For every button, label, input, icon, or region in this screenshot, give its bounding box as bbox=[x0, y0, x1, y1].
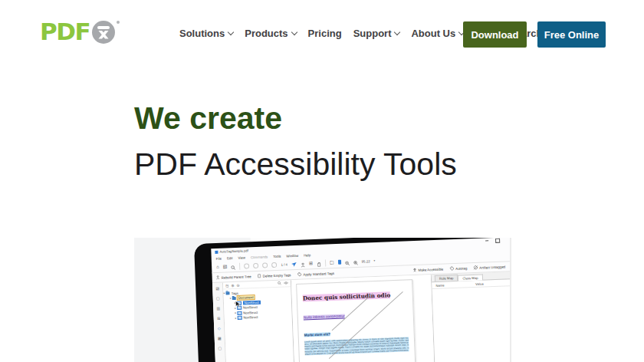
maximize-icon[interactable] bbox=[495, 239, 500, 243]
expanded-arrow-icon[interactable]: ▾ bbox=[230, 297, 232, 300]
attachments-panel-icon[interactable]: ▥ bbox=[216, 306, 220, 311]
pdfix-homepage: PDF Solutions Products Pricing Support bbox=[0, 0, 644, 362]
hand-tool-icon[interactable] bbox=[317, 256, 322, 270]
find-tag-icon[interactable] bbox=[278, 281, 281, 286]
person-icon bbox=[216, 275, 220, 280]
hero-line-2: PDF Accessibility Tools bbox=[134, 146, 457, 183]
tab-class-map[interactable]: Class Map bbox=[458, 274, 483, 281]
window-title: AutoTagSample.pdf bbox=[219, 248, 248, 253]
tag-icon bbox=[449, 266, 454, 271]
last-page-button[interactable] bbox=[271, 262, 277, 267]
menu-tools[interactable]: Tools bbox=[273, 254, 281, 258]
zoom-in-icon[interactable] bbox=[353, 255, 358, 268]
thumbnails-panel-icon[interactable]: ▤ bbox=[215, 286, 219, 291]
doc-question-1: Morbi elem elit? bbox=[304, 332, 330, 337]
bookmarks-icon[interactable] bbox=[337, 260, 340, 265]
pages-icon[interactable]: ▤ bbox=[223, 264, 228, 268]
accessibility-icon bbox=[412, 268, 416, 272]
laptop-frame: AutoTagSample.pdf File Edit View Command… bbox=[194, 238, 511, 362]
untagged-icon bbox=[473, 265, 478, 270]
chevron-down-icon bbox=[291, 29, 297, 35]
nav-item-support[interactable]: Support bbox=[353, 28, 400, 39]
logo[interactable]: PDF bbox=[40, 18, 120, 48]
tag-node-icon bbox=[238, 311, 242, 315]
doc-paragraph-1: Lorem ipsum dolor sit amet, nibh suspend… bbox=[304, 337, 409, 356]
mouse-cursor-icon bbox=[235, 297, 242, 311]
column-value: Value bbox=[475, 281, 484, 285]
nav-item-about-us[interactable]: About Us bbox=[411, 28, 464, 39]
autotag-button[interactable]: Autotag bbox=[449, 265, 467, 271]
document-view[interactable]: Donec quis sollicitudin odio Nulla lobor… bbox=[291, 275, 438, 362]
person-tool-icon[interactable] bbox=[301, 256, 306, 270]
document-icon[interactable]: ▢ bbox=[330, 260, 334, 265]
tags-panel-icon[interactable]: ◇ bbox=[218, 326, 221, 331]
expand-icon[interactable]: ⊕ bbox=[231, 283, 234, 288]
nav-item-solutions[interactable]: Solutions bbox=[179, 28, 233, 39]
tags-panel: ⊟ ⊕ ⊖ bbox=[223, 280, 298, 362]
collapse-icon[interactable]: ⊖ bbox=[236, 283, 239, 288]
doc-subheading: Nulla lobortis consectetur bbox=[304, 314, 345, 320]
chevron-down-icon bbox=[394, 29, 400, 35]
pdfix-logo-mark-icon bbox=[91, 20, 116, 48]
search-icon[interactable] bbox=[231, 259, 236, 273]
app-window: AutoTagSample.pdf File Edit View Command… bbox=[211, 238, 511, 362]
tag-node-icon bbox=[238, 316, 242, 321]
artifact-untagged-button[interactable]: Artifact Untagged bbox=[473, 264, 505, 270]
tab-role-map[interactable]: Role Map bbox=[435, 275, 458, 281]
nav-item-products[interactable]: Products bbox=[245, 28, 296, 39]
doc-heading: Donec quis sollicitudin odio bbox=[303, 291, 391, 301]
trademark-dot bbox=[117, 21, 120, 24]
map-panel: Role Map Class Map Name Value bbox=[431, 270, 511, 362]
delete-empty-tags-button[interactable]: Delete Empty Tags bbox=[258, 272, 291, 278]
expanded-arrow-icon[interactable]: ▾ bbox=[223, 292, 225, 295]
hero-line-1: We create bbox=[134, 100, 282, 137]
app-body: ▤ ▢ ▥ ⊞ ◇ ▦ ▢ ⊟ ⊕ ⊖ bbox=[212, 271, 511, 362]
select-tool-icon[interactable] bbox=[291, 257, 297, 271]
collapsed-arrow-icon[interactable]: ▸ bbox=[235, 317, 237, 320]
menu-view[interactable]: View bbox=[238, 255, 245, 259]
collapsed-arrow-icon[interactable]: ▸ bbox=[235, 311, 236, 314]
clipboard-icon bbox=[258, 274, 261, 278]
collapse-all-icon[interactable]: ⊟ bbox=[225, 283, 228, 288]
column-name: Name bbox=[432, 281, 475, 287]
chevron-down-icon bbox=[228, 29, 234, 35]
logo-text: PDF bbox=[40, 18, 90, 44]
zoom-dropdown-caret-icon[interactable]: ▾ bbox=[373, 259, 375, 262]
app-icon bbox=[215, 250, 218, 253]
page-indicator: 1 / 4 bbox=[281, 262, 288, 266]
rebuild-parent-tree-button[interactable]: Rebuild Parent Tree bbox=[216, 274, 251, 280]
zoom-out-icon[interactable] bbox=[344, 255, 350, 268]
content-panel-icon[interactable]: ▦ bbox=[218, 336, 222, 341]
show-hide-icon[interactable] bbox=[284, 281, 288, 285]
bookmarks-panel-icon[interactable]: ▢ bbox=[216, 296, 220, 301]
product-screenshot: AutoTagSample.pdf File Edit View Command… bbox=[134, 238, 511, 362]
nav-item-pricing[interactable]: Pricing bbox=[308, 28, 342, 39]
folder-icon bbox=[226, 292, 230, 295]
zoom-level-value[interactable]: 95.22 bbox=[361, 259, 370, 263]
menu-commands[interactable]: Commands bbox=[251, 255, 268, 259]
fields-panel-icon[interactable]: ▢ bbox=[218, 346, 222, 350]
download-button[interactable]: Download bbox=[463, 21, 527, 48]
prev-page-button[interactable] bbox=[244, 263, 249, 268]
snapshot-grid-icon[interactable]: ⊞ bbox=[309, 261, 313, 265]
apply-standard-tags-button[interactable]: Apply Standard Tags bbox=[297, 271, 334, 277]
menu-file[interactable]: File bbox=[216, 256, 222, 260]
home-icon[interactable]: ⌂ bbox=[216, 265, 219, 269]
next-page-button[interactable] bbox=[253, 262, 258, 268]
minimize-icon[interactable] bbox=[485, 241, 488, 242]
layers-panel-icon[interactable]: ⊞ bbox=[217, 316, 220, 321]
free-online-button[interactable]: Free Online bbox=[537, 21, 606, 48]
make-accessible-button[interactable]: Make Accessible bbox=[412, 267, 443, 273]
tag-icon bbox=[297, 272, 301, 277]
first-page-button[interactable] bbox=[262, 262, 268, 268]
